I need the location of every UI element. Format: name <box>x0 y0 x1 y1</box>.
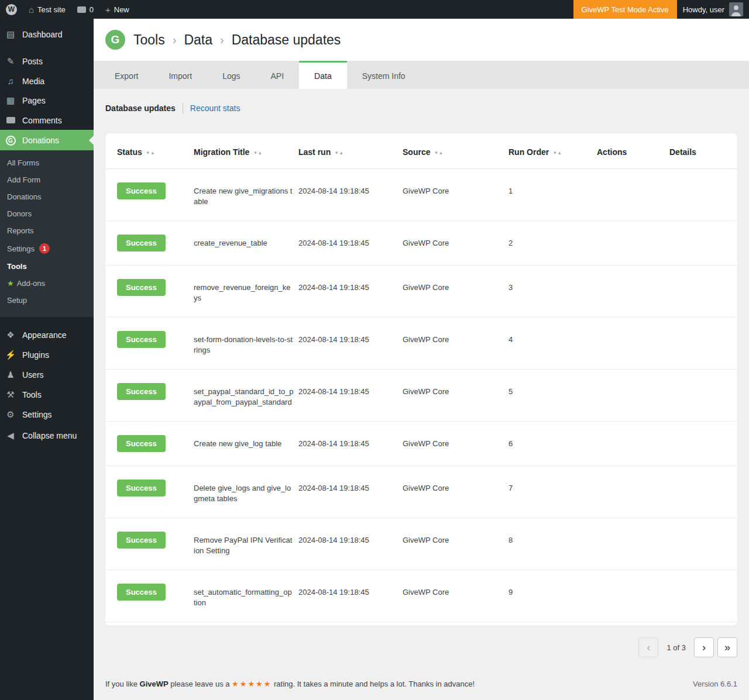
chevron-left-icon: ‹ <box>647 642 650 653</box>
comments-count: 0 <box>90 5 94 14</box>
sidebar-item-donations[interactable]: G Donations <box>0 130 94 150</box>
sidebar-item-label: Posts <box>22 57 43 66</box>
subnav-database-updates[interactable]: Database updates <box>105 104 176 113</box>
submenu-item-add-form[interactable]: Add Form <box>0 171 94 188</box>
sort-icon[interactable]: ▼▲ <box>146 147 155 157</box>
table-row: Success Delete give_logs and give_logmet… <box>105 466 737 518</box>
submenu-item-donations[interactable]: Donations <box>0 188 94 205</box>
sidebar-item-tools[interactable]: ⚒ Tools <box>0 385 94 405</box>
sidebar-item-media[interactable]: ♫ Media <box>0 71 94 91</box>
double-chevron-right-icon: » <box>724 642 730 653</box>
column-header[interactable]: Migration Title▼▲ <box>194 133 298 169</box>
migration-title: set-form-donation-levels-to-strings <box>194 318 298 370</box>
source: GiveWP Core <box>403 466 509 518</box>
tab-system-info[interactable]: System Info <box>347 61 421 89</box>
collapse-menu-button[interactable]: ◀ Collapse menu <box>0 426 94 446</box>
chevron-right-icon: › <box>220 33 224 47</box>
howdy-text: Howdy, user <box>683 5 724 14</box>
sidebar-item-plugins[interactable]: ⚡ Plugins <box>0 345 94 365</box>
submenu-item-settings[interactable]: Settings 1 <box>0 239 94 258</box>
status-cell: Success <box>105 370 194 422</box>
comments-menu[interactable]: 0 <box>71 0 99 19</box>
tab-export[interactable]: Export <box>99 61 153 89</box>
column-header[interactable]: Status▼▲ <box>105 133 194 169</box>
plus-icon: + <box>105 5 111 15</box>
comments-icon <box>5 115 16 125</box>
sidebar-item-users[interactable]: ♟ Users <box>0 365 94 385</box>
details-cell <box>669 318 737 370</box>
main-content: G Tools › Data › Database updates Export… <box>94 19 749 700</box>
submenu-item-setup[interactable]: Setup <box>0 292 94 309</box>
sidebar-item-dashboard[interactable]: ▤ Dashboard <box>0 25 94 44</box>
next-page-button[interactable]: › <box>694 637 714 657</box>
tab-import[interactable]: Import <box>153 61 207 89</box>
admin-bar: W ⌂ Test site 0 + New GiveWP Test Mode A… <box>0 0 749 19</box>
recount-stats-link[interactable]: Recount stats <box>190 104 240 113</box>
run-order: 3 <box>509 265 597 318</box>
source: GiveWP Core <box>403 370 509 422</box>
last-run: 2024-08-14 19:18:45 <box>298 169 403 221</box>
wordpress-menu[interactable]: W <box>0 0 23 19</box>
source: GiveWP Core <box>403 570 509 622</box>
brand-name: GiveWP <box>140 680 169 688</box>
status-cell: Success <box>105 422 194 466</box>
column-header[interactable]: Run Order▼▲ <box>509 133 597 169</box>
admin-bar-left: W ⌂ Test site 0 + New <box>0 0 135 19</box>
details-cell <box>669 370 737 422</box>
last-page-button[interactable]: » <box>717 637 737 657</box>
sidebar-item-pages[interactable]: ▦ Pages <box>0 91 94 111</box>
prev-page-button[interactable]: ‹ <box>638 637 658 657</box>
chevron-right-icon: › <box>173 33 177 47</box>
tab-api[interactable]: API <box>256 61 300 89</box>
submenu-item-all-forms[interactable]: All Forms <box>0 154 94 171</box>
submenu-item-reports[interactable]: Reports <box>0 222 94 239</box>
sidebar: ▤ Dashboard ✎ Posts ♫ Media ▦ Pages Comm… <box>0 19 94 700</box>
posts-icon: ✎ <box>5 56 16 67</box>
sort-icon[interactable]: ▼▲ <box>552 147 562 157</box>
status-cell: Success <box>105 466 194 518</box>
submenu-item-donors[interactable]: Donors <box>0 205 94 222</box>
actions-cell <box>597 318 669 370</box>
comment-bubble-icon <box>77 6 86 13</box>
sort-icon[interactable]: ▼▲ <box>434 147 443 157</box>
site-name: Test site <box>37 5 66 14</box>
my-account-menu[interactable]: Howdy, user <box>677 0 749 19</box>
migrations-table-card: Status▼▲ Migration Title▼▲ Last run▼▲ So… <box>105 133 737 626</box>
details-cell <box>669 221 737 265</box>
status-badge: Success <box>117 480 166 496</box>
actions-cell <box>597 422 669 466</box>
tab-data[interactable]: Data <box>299 61 347 89</box>
submenu-item-tools[interactable]: Tools <box>0 258 94 275</box>
menu-separator <box>0 44 94 51</box>
breadcrumb-data[interactable]: Data <box>184 32 212 48</box>
last-run: 2024-08-14 19:18:45 <box>298 466 403 518</box>
tab-logs[interactable]: Logs <box>207 61 255 89</box>
column-header[interactable]: Source▼▲ <box>403 133 509 169</box>
run-order: 1 <box>509 169 597 221</box>
sidebar-item-posts[interactable]: ✎ Posts <box>0 51 94 71</box>
new-content-menu[interactable]: + New <box>99 0 135 19</box>
sidebar-item-label: Pages <box>22 96 46 105</box>
submenu-item-addons[interactable]: ★ Add-ons <box>0 275 94 292</box>
status-badge: Success <box>117 383 166 400</box>
sort-icon[interactable]: ▼▲ <box>334 147 343 157</box>
version-label: Version 6.6.1 <box>693 680 737 688</box>
five-stars-icon[interactable]: ★★★★★ <box>232 680 272 688</box>
last-run: 2024-08-14 19:18:45 <box>298 265 403 318</box>
column-header[interactable]: Last run▼▲ <box>298 133 403 169</box>
sidebar-item-settings[interactable]: ⚙ Settings <box>0 405 94 425</box>
avatar <box>729 2 743 16</box>
column-header[interactable]: Details <box>669 133 737 169</box>
status-cell: Success <box>105 570 194 622</box>
site-menu[interactable]: ⌂ Test site <box>23 0 71 19</box>
sort-icon[interactable]: ▼▲ <box>253 147 262 157</box>
test-mode-badge[interactable]: GiveWP Test Mode Active <box>573 0 677 19</box>
breadcrumb-tools[interactable]: Tools <box>133 32 165 48</box>
source: GiveWP Core <box>403 169 509 221</box>
column-header[interactable]: Actions <box>597 133 669 169</box>
status-badge: Success <box>117 235 166 251</box>
sidebar-item-comments[interactable]: Comments <box>0 111 94 130</box>
details-cell <box>669 518 737 570</box>
sidebar-item-label: Donations <box>22 136 59 145</box>
sidebar-item-appearance[interactable]: ❖ Appearance <box>0 325 94 345</box>
